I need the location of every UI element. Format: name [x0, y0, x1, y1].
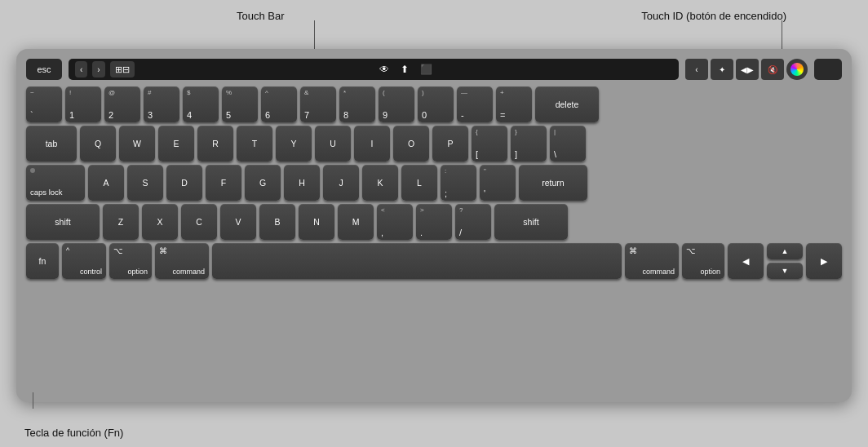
key-arrow-up[interactable]: ▲: [767, 243, 803, 259]
key-slash[interactable]: ? /: [455, 204, 491, 240]
key-v[interactable]: V: [220, 204, 256, 240]
key-delete[interactable]: delete: [535, 86, 599, 122]
tb-eye-icon[interactable]: 👁: [376, 64, 392, 75]
key-equal[interactable]: + =: [496, 86, 532, 122]
key-command-left-symbol: ⌘: [159, 246, 167, 255]
key-shift-right[interactable]: shift: [494, 204, 568, 240]
key-return[interactable]: return: [519, 165, 587, 201]
key-arrow-down[interactable]: ▼: [767, 263, 803, 279]
key-1-main: 1: [69, 110, 74, 120]
tb-forward-btn[interactable]: ›: [92, 61, 104, 77]
key-y[interactable]: Y: [276, 126, 312, 162]
key-semicolon-main: ;: [445, 188, 447, 198]
key-3[interactable]: # 3: [144, 86, 179, 122]
key-shift-left[interactable]: shift: [26, 204, 100, 240]
key-6[interactable]: ^ 6: [261, 86, 297, 122]
key-t[interactable]: T: [237, 126, 272, 162]
key-option-left-label: option: [127, 268, 148, 276]
key-comma[interactable]: < ,: [377, 204, 413, 240]
key-m[interactable]: M: [338, 204, 374, 240]
key-arrow-left[interactable]: ◀: [728, 243, 764, 279]
tb-brightness-btn[interactable]: ✦: [711, 59, 733, 80]
key-u[interactable]: U: [315, 126, 351, 162]
key-option-left-symbol: ⌥: [113, 246, 123, 255]
key-f[interactable]: F: [206, 165, 241, 201]
key-s[interactable]: S: [127, 165, 163, 201]
key-g[interactable]: G: [245, 165, 281, 201]
key-option-left[interactable]: ⌥ option: [109, 243, 152, 279]
key-tab[interactable]: tab: [26, 126, 77, 162]
key-c[interactable]: C: [181, 204, 217, 240]
key-w[interactable]: W: [119, 126, 155, 162]
key-x[interactable]: X: [142, 204, 178, 240]
key-z-label: Z: [118, 217, 123, 227]
key-d[interactable]: D: [166, 165, 202, 201]
tb-volume-btn[interactable]: ◀▶: [736, 59, 759, 80]
key-p[interactable]: P: [432, 126, 468, 162]
key-z[interactable]: Z: [103, 204, 139, 240]
key-b[interactable]: B: [259, 204, 295, 240]
key-semicolon[interactable]: : ;: [441, 165, 476, 201]
key-rbracket-main: ]: [515, 149, 517, 159]
key-c-label: C: [196, 217, 202, 227]
key-4[interactable]: $ 4: [183, 86, 219, 122]
key-1[interactable]: ! 1: [65, 86, 101, 122]
key-d-label: D: [181, 178, 188, 188]
key-j-label: J: [339, 178, 343, 188]
key-3-main: 3: [148, 110, 153, 120]
key-command-right[interactable]: ⌘ command: [625, 243, 679, 279]
key-command-left[interactable]: ⌘ command: [155, 243, 209, 279]
tb-mute-btn[interactable]: 🔇: [761, 59, 784, 80]
tb-chevron-btn[interactable]: ‹: [685, 59, 708, 80]
key-backslash-main: \: [554, 149, 556, 159]
touchbar-strip: ‹ › ⊞⊟ 👁 ⬆ ⬛: [69, 59, 679, 80]
key-lbracket[interactable]: { [: [472, 126, 507, 162]
tb-erase-icon[interactable]: ⬛: [417, 64, 436, 75]
tb-siri-btn[interactable]: [786, 59, 808, 80]
key-rbracket-sub: }: [515, 128, 517, 135]
zxcv-row: shift Z X C V B N M < , > . ? / shift: [26, 204, 842, 240]
key-o-label: O: [408, 139, 414, 148]
key-k-label: K: [377, 178, 383, 188]
key-5-main: 5: [226, 110, 231, 120]
key-quote[interactable]: " ': [480, 165, 516, 201]
key-option-right[interactable]: ⌥ option: [682, 243, 724, 279]
key-7[interactable]: & 7: [300, 86, 336, 122]
touchid-power-btn[interactable]: [814, 59, 842, 80]
key-8-sub: *: [343, 89, 346, 96]
key-n[interactable]: N: [299, 204, 334, 240]
key-h[interactable]: H: [284, 165, 320, 201]
key-0[interactable]: ) 0: [418, 86, 454, 122]
key-j[interactable]: J: [323, 165, 359, 201]
key-k[interactable]: K: [362, 165, 398, 201]
key-grave[interactable]: ~ `: [26, 86, 62, 122]
key-period-main: .: [420, 228, 423, 237]
esc-key[interactable]: esc: [26, 59, 62, 80]
key-control[interactable]: ^ control: [62, 243, 106, 279]
key-l[interactable]: L: [401, 165, 437, 201]
key-f-label: F: [221, 178, 226, 188]
tb-back-btn[interactable]: ‹: [75, 61, 87, 77]
key-slash-main: /: [459, 228, 462, 237]
key-q[interactable]: Q: [80, 126, 116, 162]
key-2[interactable]: @ 2: [104, 86, 140, 122]
key-a[interactable]: A: [88, 165, 124, 201]
key-space[interactable]: [212, 243, 622, 279]
key-8[interactable]: * 8: [339, 86, 375, 122]
key-i[interactable]: I: [354, 126, 390, 162]
key-arrow-right[interactable]: ▶: [806, 243, 842, 279]
key-backslash[interactable]: | \: [550, 126, 586, 162]
key-capslock[interactable]: caps lock: [26, 165, 85, 201]
tb-grid-btn[interactable]: ⊞⊟: [110, 61, 135, 77]
key-o[interactable]: O: [393, 126, 429, 162]
key-period[interactable]: > .: [416, 204, 452, 240]
tb-share-icon[interactable]: ⬆: [397, 64, 412, 75]
keyboard: esc ‹ › ⊞⊟ 👁 ⬆ ⬛ ‹ ✦ ◀▶ 🔇 ~ ` !: [16, 49, 852, 402]
key-e[interactable]: E: [158, 126, 194, 162]
key-fn[interactable]: fn: [26, 243, 59, 279]
key-9[interactable]: ( 9: [379, 86, 414, 122]
key-5[interactable]: % 5: [222, 86, 258, 122]
key-rbracket[interactable]: } ]: [511, 126, 547, 162]
key-r[interactable]: R: [197, 126, 233, 162]
key-minus[interactable]: — -: [457, 86, 493, 122]
